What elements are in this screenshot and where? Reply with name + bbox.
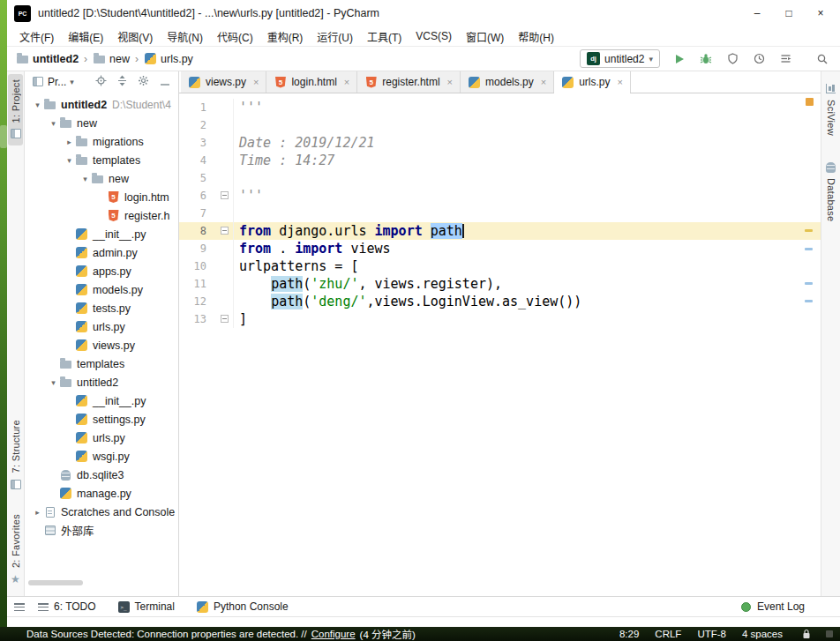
- close-tab-icon[interactable]: ×: [447, 77, 453, 87]
- chevron-right-icon[interactable]: ▸: [32, 508, 43, 517]
- toolwindow-bar-item-python-console[interactable]: Python Console: [196, 600, 289, 614]
- search-button[interactable]: [814, 50, 831, 68]
- menu-item[interactable]: VCS(S): [409, 26, 459, 46]
- status-caret-position[interactable]: 8:29: [619, 629, 639, 639]
- concurrency-button[interactable]: [776, 50, 794, 68]
- tree-item[interactable]: ▾untitled2D:\Student\4: [25, 95, 178, 114]
- profiler-button[interactable]: [750, 50, 768, 68]
- status-configure-link[interactable]: Configure: [311, 629, 356, 639]
- tree-item[interactable]: ▾new: [25, 169, 178, 188]
- toolwindow-switcher-icon[interactable]: [12, 600, 26, 614]
- editor-content[interactable]: 1'''23Date : 2019/12/214Time : 14:2756''…: [179, 93, 821, 596]
- tree-item[interactable]: ▾untitled2: [25, 373, 178, 391]
- chevron-down-icon[interactable]: ▾: [79, 175, 91, 183]
- tree-item[interactable]: models.py: [25, 280, 178, 299]
- chevron-down-icon[interactable]: ▾: [48, 378, 59, 387]
- toolwindow-bar-item-6-todo[interactable]: 6: TODO: [36, 600, 96, 614]
- close-tab-icon[interactable]: ×: [253, 77, 259, 87]
- close-button[interactable]: ×: [805, 2, 836, 25]
- chevron-down-icon[interactable]: ▾: [48, 119, 59, 128]
- hide-button[interactable]: [158, 74, 171, 89]
- tree-item[interactable]: 5register.h: [25, 206, 178, 225]
- toolwindow-button-2-favorites[interactable]: 2: Favorites★: [8, 509, 23, 591]
- hide-icon: [158, 74, 171, 87]
- tree-item[interactable]: 5login.htm: [25, 188, 178, 206]
- menu-item[interactable]: 运行(U): [310, 26, 360, 46]
- tree-item[interactable]: tests.py: [25, 299, 178, 317]
- menu-item[interactable]: 帮助(H): [511, 26, 561, 46]
- collapse-button[interactable]: [116, 74, 129, 89]
- close-tab-icon[interactable]: ×: [541, 77, 546, 87]
- breadcrumb-label: new: [109, 53, 130, 65]
- python-icon: [468, 76, 481, 89]
- tree-item[interactable]: admin.py: [25, 243, 178, 262]
- lock-icon[interactable]: [799, 628, 813, 641]
- menu-item[interactable]: 重构(R): [260, 26, 311, 46]
- status-encoding[interactable]: UTF-8: [697, 629, 726, 639]
- tree-item[interactable]: apps.py: [25, 262, 178, 280]
- fold-marker-icon[interactable]: [221, 227, 229, 235]
- menu-item[interactable]: 工具(T): [360, 26, 409, 46]
- toolwindow-bar-item-terminal[interactable]: >_Terminal: [117, 600, 175, 614]
- menu-item[interactable]: 窗口(W): [459, 26, 511, 46]
- tree-item[interactable]: db.sqlite3: [25, 466, 178, 484]
- horizontal-scrollbar[interactable]: [28, 580, 83, 585]
- tree-item[interactable]: 外部库: [25, 521, 178, 540]
- toolwindow-button-1-project[interactable]: 1: Project: [8, 74, 23, 145]
- tree-item[interactable]: ▸Scratches and Console: [25, 503, 178, 521]
- run-button[interactable]: [671, 50, 688, 68]
- editor-tab-views-py[interactable]: views.py×: [181, 71, 266, 93]
- fold-marker-icon[interactable]: [221, 315, 229, 323]
- menu-item[interactable]: 导航(N): [160, 26, 210, 46]
- stripe-mark[interactable]: [805, 300, 813, 302]
- breadcrumb-item[interactable]: new: [93, 52, 130, 65]
- stripe-mark[interactable]: [805, 229, 813, 232]
- toolwindow-button-sciview[interactable]: SciView: [823, 77, 838, 141]
- tree-item[interactable]: __init__.py: [25, 391, 178, 410]
- menu-item[interactable]: 文件(F): [12, 26, 61, 46]
- breadcrumb-item[interactable]: untitled2: [16, 52, 79, 65]
- toolwindow-bar-item-event-log[interactable]: Event Log: [739, 600, 805, 614]
- chevron-right-icon[interactable]: ▸: [64, 138, 75, 146]
- chevron-down-icon[interactable]: ▾: [64, 156, 75, 165]
- tree-item[interactable]: templates: [25, 354, 178, 373]
- status-line-separator[interactable]: CRLF: [655, 629, 681, 639]
- editor-tab-register-html[interactable]: 5register.html×: [357, 71, 461, 93]
- tree-item[interactable]: urls.py: [25, 317, 178, 336]
- project-view-title[interactable]: Pr...: [48, 76, 66, 88]
- menu-item[interactable]: 代码(C): [210, 26, 260, 46]
- inspection-indicator[interactable]: [806, 98, 814, 106]
- status-indent[interactable]: 4 spaces: [742, 629, 783, 639]
- target-button[interactable]: [94, 74, 108, 89]
- fold-marker-icon[interactable]: [221, 191, 229, 199]
- tree-item[interactable]: ▸migrations: [25, 132, 178, 151]
- toolwindow-button-database[interactable]: Database: [823, 155, 838, 227]
- close-tab-icon[interactable]: ×: [344, 77, 349, 87]
- tree-item[interactable]: wsgi.py: [25, 447, 178, 466]
- editor-tab-models-py[interactable]: models.py×: [461, 71, 554, 93]
- tree-item[interactable]: ▾templates: [25, 151, 178, 169]
- run-configuration-select[interactable]: dj untitled2 ▾: [580, 49, 660, 68]
- debug-button[interactable]: [697, 50, 715, 68]
- editor-zone: views.py×5login.html×5register.html×mode…: [179, 71, 821, 596]
- gear-button[interactable]: [137, 74, 150, 89]
- minimize-button[interactable]: –: [741, 2, 773, 25]
- chevron-down-icon[interactable]: ▾: [32, 101, 43, 109]
- breadcrumb-item[interactable]: urls.py: [144, 52, 193, 65]
- tree-item[interactable]: views.py: [25, 336, 178, 354]
- menu-item[interactable]: 视图(V): [110, 26, 160, 46]
- editor-tab-login-html[interactable]: 5login.html×: [266, 71, 357, 93]
- tree-item[interactable]: ▾new: [25, 114, 178, 132]
- tree-item[interactable]: settings.py: [25, 410, 178, 429]
- stripe-mark[interactable]: [805, 282, 813, 285]
- maximize-button[interactable]: □: [773, 2, 805, 25]
- menu-item[interactable]: 编辑(E): [61, 26, 110, 46]
- editor-tab-urls-py[interactable]: urls.py×: [554, 71, 631, 93]
- coverage-button[interactable]: [724, 50, 741, 68]
- tree-item[interactable]: __init__.py: [25, 225, 178, 243]
- toolwindow-button-7-structure[interactable]: 7: Structure: [8, 414, 23, 496]
- tree-item[interactable]: urls.py: [25, 429, 178, 447]
- close-tab-icon[interactable]: ×: [618, 77, 623, 87]
- tree-item[interactable]: manage.py: [25, 484, 178, 503]
- stripe-mark[interactable]: [805, 248, 813, 250]
